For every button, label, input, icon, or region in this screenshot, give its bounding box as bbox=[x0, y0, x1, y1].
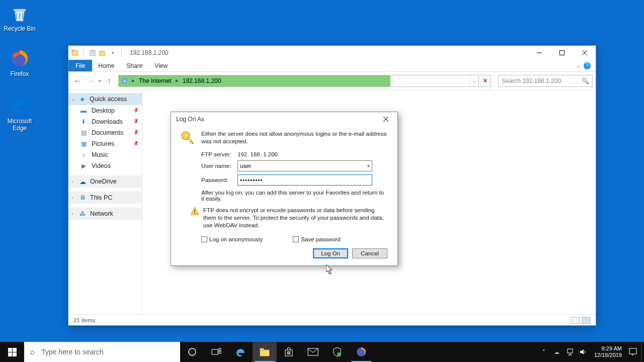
desktop-icon-recycle-bin[interactable]: Recycle Bin bbox=[1, 3, 38, 32]
svg-rect-32 bbox=[289, 353, 291, 355]
svg-rect-2 bbox=[72, 50, 74, 51]
nav-label: Desktop bbox=[92, 107, 115, 114]
logon-button[interactable]: Log On bbox=[313, 248, 348, 258]
nav-label: Music bbox=[92, 151, 108, 158]
checkbox-anonymous[interactable]: Log on anonymously bbox=[201, 236, 263, 242]
ribbon-expand-icon[interactable]: ⌄ bbox=[577, 63, 581, 68]
tree-expand-icon[interactable]: › bbox=[71, 195, 73, 200]
address-stop-button[interactable]: ✕ bbox=[480, 75, 491, 87]
maximize-button[interactable] bbox=[550, 46, 573, 60]
start-button[interactable] bbox=[0, 342, 24, 362]
show-desktop-button[interactable] bbox=[641, 342, 644, 362]
tray-onedrive-icon[interactable]: ☁ bbox=[553, 348, 561, 356]
nav-music[interactable]: ♪Music bbox=[68, 149, 142, 160]
view-large-button[interactable] bbox=[582, 317, 591, 324]
chevron-right-icon[interactable]: ▶ bbox=[131, 78, 136, 83]
svg-rect-8 bbox=[559, 51, 564, 55]
window-title: 192.168.1.200 bbox=[130, 49, 169, 56]
address-dropdown-icon[interactable]: ⌄ bbox=[469, 75, 478, 86]
taskbar-cortana[interactable] bbox=[180, 342, 204, 362]
dialog-close-button[interactable] bbox=[379, 114, 392, 124]
address-bar[interactable]: ▶ The Internet ▶ 192.168.1.200 ⌄ bbox=[118, 75, 479, 87]
view-details-button[interactable] bbox=[571, 317, 580, 324]
svg-rect-6 bbox=[100, 51, 105, 55]
cancel-button[interactable]: Cancel bbox=[352, 248, 387, 258]
tab-view[interactable]: View bbox=[148, 60, 174, 71]
svg-rect-39 bbox=[629, 348, 636, 354]
taskbar-explorer[interactable] bbox=[253, 342, 277, 362]
chevron-right-icon[interactable]: ▶ bbox=[175, 78, 180, 83]
taskbar-firefox[interactable] bbox=[349, 342, 373, 362]
nav-desktop[interactable]: ▬Desktop bbox=[68, 105, 142, 116]
logon-dialog: Log On As Either the server does not all… bbox=[171, 112, 398, 266]
nav-up-button[interactable]: ↑ bbox=[103, 75, 115, 87]
nav-history-dropdown[interactable]: ▾ bbox=[98, 78, 102, 83]
dialog-after-message: After you log on, you can add this serve… bbox=[180, 190, 388, 202]
tab-share[interactable]: Share bbox=[120, 60, 148, 71]
username-label: User name: bbox=[201, 163, 237, 169]
taskbar-taskview[interactable] bbox=[204, 342, 228, 362]
breadcrumb-internet[interactable]: The Internet bbox=[137, 77, 174, 84]
nav-onedrive[interactable]: ›☁OneDrive bbox=[68, 175, 142, 188]
recycle-bin-icon bbox=[10, 3, 30, 23]
qat-customize-icon[interactable]: ▾ bbox=[109, 49, 116, 56]
svg-rect-31 bbox=[287, 353, 289, 355]
taskbar-search[interactable]: ⌕ Type here to search bbox=[24, 342, 180, 362]
dialog-titlebar[interactable]: Log On As bbox=[171, 112, 397, 126]
edge-icon bbox=[10, 96, 30, 116]
nav-downloads[interactable]: ⬇Downloads bbox=[68, 116, 142, 127]
desktop-icon-firefox[interactable]: Firefox bbox=[1, 48, 38, 77]
nav-toolbar: ← → ▾ ↑ ▶ The Internet ▶ 192.168.1.200 ⌄… bbox=[68, 72, 596, 90]
search-placeholder: Type here to search bbox=[41, 348, 104, 356]
username-combobox[interactable]: user ▾ bbox=[237, 160, 372, 171]
nav-this-pc[interactable]: ›🖥This PC bbox=[68, 192, 142, 204]
desktop-icon-label: Microsoft Edge bbox=[1, 118, 38, 132]
help-icon[interactable]: ? bbox=[584, 62, 591, 69]
taskbar-edge[interactable] bbox=[228, 342, 253, 362]
pictures-icon: ▦ bbox=[79, 140, 88, 148]
titlebar[interactable]: ▾ 192.168.1.200 bbox=[68, 46, 596, 60]
search-input[interactable]: Search 192.168.1.200 🔍 bbox=[498, 75, 593, 87]
videos-icon: ▶ bbox=[79, 162, 88, 170]
taskbar-store[interactable] bbox=[277, 342, 301, 362]
network-icon: 🖧 bbox=[79, 210, 86, 217]
tray-notifications-icon[interactable] bbox=[629, 348, 637, 356]
nav-pictures[interactable]: ▦Pictures bbox=[68, 138, 142, 149]
tab-file[interactable]: File bbox=[68, 60, 92, 71]
checkbox-box bbox=[201, 236, 207, 242]
nav-back-button[interactable]: ← bbox=[71, 75, 84, 87]
globe-icon bbox=[121, 77, 129, 85]
qat-new-folder-icon[interactable] bbox=[99, 49, 106, 56]
tray-volume-icon[interactable] bbox=[579, 348, 587, 356]
star-icon: ★ bbox=[79, 96, 86, 103]
nav-documents[interactable]: ▤Documents bbox=[68, 127, 142, 138]
svg-rect-18 bbox=[13, 348, 17, 352]
tab-home[interactable]: Home bbox=[92, 60, 120, 71]
tray-network-icon[interactable] bbox=[566, 348, 574, 356]
nav-videos[interactable]: ▶Videos bbox=[68, 160, 142, 171]
nav-quick-access[interactable]: ⌄ ★ Quick access bbox=[68, 93, 142, 105]
svg-rect-19 bbox=[8, 352, 12, 356]
music-icon: ♪ bbox=[79, 151, 88, 159]
tray-show-hidden-icon[interactable]: ˄ bbox=[540, 348, 548, 356]
tray-clock[interactable]: 8:29 AM 12/18/2019 bbox=[592, 345, 624, 358]
close-button[interactable] bbox=[573, 46, 596, 60]
tree-expand-icon[interactable]: › bbox=[71, 179, 73, 184]
nav-label: Quick access bbox=[90, 96, 127, 103]
tree-collapse-icon[interactable]: ⌄ bbox=[71, 97, 75, 102]
password-input[interactable] bbox=[237, 174, 372, 186]
tree-expand-icon[interactable]: › bbox=[71, 211, 73, 216]
taskbar-security[interactable] bbox=[325, 342, 349, 362]
nav-forward-button[interactable]: → bbox=[85, 75, 97, 87]
ftp-server-label: FTP server: bbox=[201, 151, 237, 157]
checkbox-save-password[interactable]: Save password bbox=[293, 236, 341, 242]
svg-rect-28 bbox=[285, 350, 292, 356]
breadcrumb-host[interactable]: 192.168.1.200 bbox=[181, 77, 223, 84]
qat-properties-icon[interactable] bbox=[89, 49, 96, 56]
taskbar-mail[interactable] bbox=[301, 342, 325, 362]
nav-network[interactable]: ›🖧Network bbox=[68, 208, 142, 220]
desktop-icon-edge[interactable]: Microsoft Edge bbox=[1, 96, 38, 132]
svg-point-34 bbox=[337, 352, 341, 356]
minimize-button[interactable] bbox=[528, 46, 550, 60]
firefox-icon bbox=[10, 48, 30, 68]
